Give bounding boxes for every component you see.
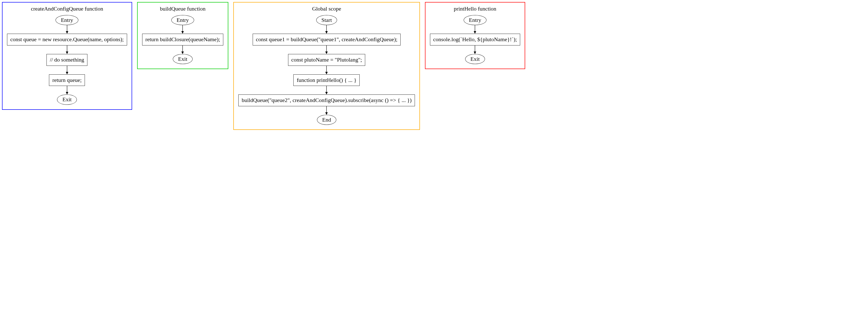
scope-buildQueue: buildQueue function Entry return buildCl… [137, 2, 228, 69]
arrow-down-icon [65, 25, 69, 34]
node-end: End [317, 115, 336, 125]
node-statement: buildQueue("queue2", createAndConfigQueu… [238, 94, 415, 106]
scope-printHello: printHello function Entry console.log(`H… [425, 2, 525, 69]
node-entry: Entry [56, 15, 79, 25]
node-statement: function printHello() { ... } [293, 74, 360, 86]
node-statement: return queue; [49, 74, 85, 86]
arrow-down-icon [325, 45, 328, 54]
arrow-down-icon [325, 86, 328, 94]
svg-marker-11 [181, 52, 184, 54]
svg-marker-23 [474, 31, 476, 34]
scope-title: createAndConfigQueue function [31, 5, 103, 12]
arrow-down-icon [65, 86, 69, 94]
svg-marker-21 [325, 112, 328, 115]
scope-createAndConfigQueue: createAndConfigQueue function Entry cons… [2, 2, 132, 110]
scope-global: Global scope Start const queue1 = buildQ… [233, 2, 420, 130]
arrow-down-icon [65, 66, 69, 74]
arrow-down-icon [325, 106, 328, 115]
arrow-down-icon [325, 66, 328, 74]
svg-marker-25 [474, 52, 476, 54]
svg-marker-15 [325, 52, 328, 54]
arrow-down-icon [65, 45, 69, 54]
node-statement: console.log(`Hello, ${plutoName}!`); [430, 34, 520, 45]
scope-title: printHello function [454, 5, 496, 12]
node-exit: Exit [57, 94, 77, 104]
node-exit: Exit [465, 54, 485, 64]
node-statement: const queue1 = buildQueue("queue1", crea… [253, 34, 401, 45]
svg-marker-13 [325, 31, 328, 34]
svg-marker-5 [66, 72, 68, 74]
svg-marker-9 [181, 31, 184, 34]
node-start: Start [316, 15, 337, 25]
node-entry: Entry [171, 15, 194, 25]
svg-marker-7 [66, 92, 68, 94]
scope-title: Global scope [312, 5, 341, 12]
svg-marker-3 [66, 52, 68, 54]
svg-marker-19 [325, 92, 328, 94]
svg-marker-1 [66, 31, 68, 34]
arrow-down-icon [181, 45, 184, 54]
node-exit: Exit [173, 54, 193, 64]
arrow-down-icon [325, 25, 328, 34]
node-statement: return buildClosure(queueName); [142, 34, 223, 45]
node-statement: const queue = new resource.Queue(name, o… [7, 34, 127, 45]
svg-marker-17 [325, 72, 328, 74]
arrow-down-icon [181, 25, 184, 34]
node-statement: // do something [46, 54, 87, 66]
arrow-down-icon [473, 45, 477, 54]
arrow-down-icon [473, 25, 477, 34]
node-entry: Entry [464, 15, 487, 25]
scope-title: buildQueue function [160, 5, 206, 12]
node-statement: const plutoName = "Plutolang"; [288, 54, 366, 66]
